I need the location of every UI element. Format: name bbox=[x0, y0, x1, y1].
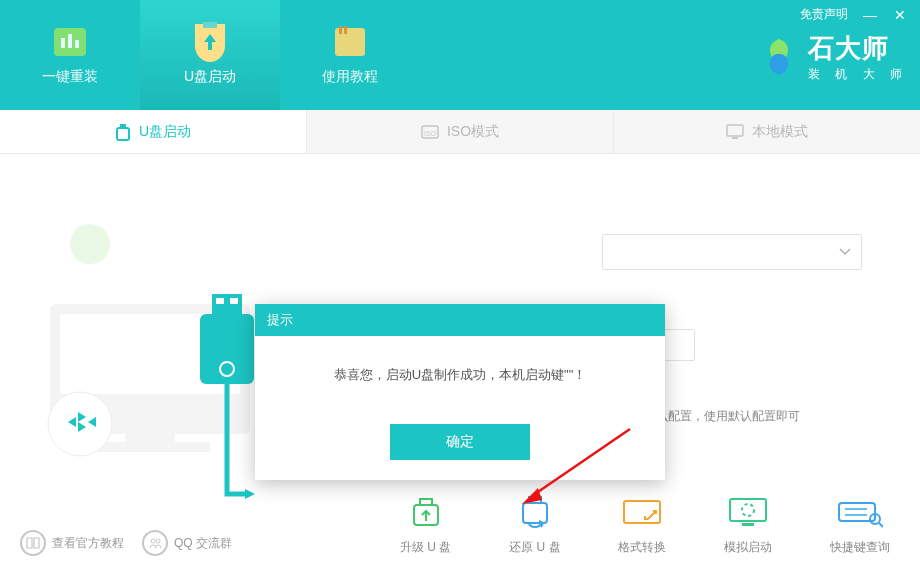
header-right: 免责声明 — ✕ 石大师 装 机 大 师 bbox=[758, 0, 920, 110]
nav-label: 一键重装 bbox=[42, 68, 98, 86]
nav-usb-boot[interactable]: U盘启动 bbox=[140, 0, 280, 110]
svg-rect-13 bbox=[732, 137, 738, 139]
svg-rect-6 bbox=[339, 26, 342, 34]
monitor-icon bbox=[726, 124, 744, 140]
brand-subtitle: 装 机 大 师 bbox=[808, 66, 908, 83]
ok-label: 确定 bbox=[446, 433, 474, 451]
svg-point-18 bbox=[70, 224, 110, 264]
svg-rect-2 bbox=[68, 34, 72, 48]
svg-rect-3 bbox=[75, 40, 79, 48]
svg-rect-12 bbox=[727, 125, 743, 136]
disclaimer-link[interactable]: 免责声明 bbox=[800, 6, 848, 23]
main-content: 开始制作 小贴士:如果不知道怎么配置，使用默认配置即可 升级 U 盘 还原 U … bbox=[0, 154, 920, 580]
brand: 石大师 装 机 大 师 bbox=[758, 31, 908, 83]
svg-rect-1 bbox=[61, 38, 65, 48]
nav-tutorial[interactable]: 使用教程 bbox=[280, 0, 420, 110]
subtab-label: ISO模式 bbox=[447, 123, 499, 141]
usb-icon bbox=[115, 123, 131, 141]
nav-label: 使用教程 bbox=[322, 68, 378, 86]
subtab-label: 本地模式 bbox=[752, 123, 808, 141]
nav-reinstall[interactable]: 一键重装 bbox=[0, 0, 140, 110]
subtabs: U盘启动 ISO ISO模式 本地模式 bbox=[0, 110, 920, 154]
header: 一键重装 U盘启动 使用教程 免责声明 — ✕ 石大师 装 机 大 师 bbox=[0, 0, 920, 110]
modal-overlay: 提示 恭喜您，启动U盘制作成功，本机启动键""！ 确定 bbox=[0, 264, 920, 580]
svg-text:ISO: ISO bbox=[424, 130, 437, 137]
svg-rect-7 bbox=[344, 26, 347, 34]
book-icon bbox=[330, 24, 370, 60]
minimize-button[interactable]: — bbox=[862, 7, 878, 23]
subtab-usb[interactable]: U盘启动 bbox=[0, 110, 306, 153]
window-controls: 免责声明 — ✕ bbox=[800, 6, 908, 23]
subtab-local[interactable]: 本地模式 bbox=[613, 110, 920, 153]
dialog-title: 提示 bbox=[255, 304, 665, 336]
shield-usb-icon bbox=[190, 24, 230, 60]
brand-title: 石大师 bbox=[808, 31, 908, 66]
nav-label: U盘启动 bbox=[184, 68, 236, 86]
dialog-ok-button[interactable]: 确定 bbox=[390, 424, 530, 460]
dialog-message: 恭喜您，启动U盘制作成功，本机启动键""！ bbox=[275, 366, 645, 384]
svg-marker-41 bbox=[522, 488, 542, 504]
bar-chart-icon bbox=[50, 24, 90, 60]
subtab-iso[interactable]: ISO ISO模式 bbox=[306, 110, 613, 153]
subtab-label: U盘启动 bbox=[139, 123, 191, 141]
svg-rect-9 bbox=[117, 128, 129, 140]
close-button[interactable]: ✕ bbox=[892, 7, 908, 23]
iso-icon: ISO bbox=[421, 124, 439, 140]
success-dialog: 提示 恭喜您，启动U盘制作成功，本机启动键""！ 确定 bbox=[255, 304, 665, 480]
svg-rect-4 bbox=[203, 22, 217, 28]
logo-icon bbox=[758, 36, 800, 78]
chevron-down-icon bbox=[839, 248, 851, 256]
